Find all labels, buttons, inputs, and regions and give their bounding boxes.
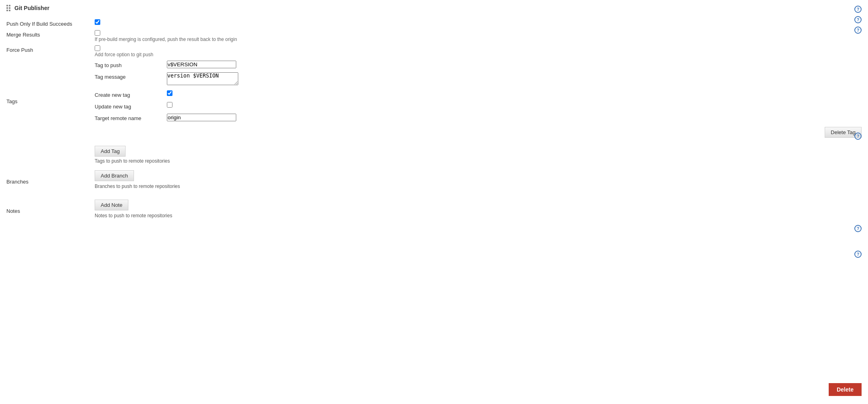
tags-title-row: Tags Tag to push Tag message version $VE… (6, 61, 862, 142)
create-new-tag-checkbox[interactable] (167, 90, 172, 96)
add-tag-row: Add Tag (95, 146, 862, 157)
notes-label: Notes (6, 208, 95, 214)
merge-results-hint: If pre-build merging is configured, push… (95, 37, 862, 42)
tag-message-textarea[interactable]: version $VERSION (167, 72, 238, 85)
update-new-tag-checkbox[interactable] (167, 102, 172, 108)
branches-title-row: Branches Add Branch Branches to push to … (6, 170, 862, 193)
force-push-content: Add force option to git push (95, 45, 862, 57)
drag-handle[interactable] (6, 5, 10, 11)
git-publisher-container: ? ? ? ? ? ? Git Publisher Push Only If B… (0, 0, 868, 404)
add-branch-button[interactable]: Add Branch (95, 170, 134, 181)
create-new-tag-label: Create new tag (95, 90, 167, 98)
help-icon-3[interactable]: ? (854, 27, 862, 34)
update-new-tag-row: Update new tag (95, 102, 862, 110)
target-remote-row: Target remote name (95, 114, 862, 121)
help-icon-1[interactable]: ? (854, 6, 862, 13)
target-remote-label: Target remote name (95, 114, 167, 121)
merge-results-checkbox-row (95, 30, 862, 36)
notes-section: Notes Add Note Notes to push to remote r… (6, 200, 862, 222)
merge-results-label: Merge Results (6, 30, 95, 38)
push-only-checkbox-row (95, 19, 862, 25)
tag-to-push-input[interactable] (167, 61, 236, 68)
help-icon-2[interactable]: ? (854, 16, 862, 23)
branches-hint: Branches to push to remote repositories (95, 184, 862, 189)
tag-message-label: Tag message (95, 72, 167, 80)
create-new-tag-content (167, 90, 862, 96)
branches-label: Branches (6, 179, 95, 185)
force-push-label: Force Push (6, 45, 95, 53)
create-new-tag-checkbox-row (167, 90, 862, 96)
tag-to-push-label: Tag to push (95, 61, 167, 68)
update-new-tag-content (167, 102, 862, 108)
force-push-checkbox-row (95, 45, 862, 51)
merge-results-checkbox[interactable] (95, 30, 100, 36)
delete-tag-row: Delete Tag (95, 125, 862, 138)
tag-to-push-row: Tag to push (95, 61, 862, 68)
force-push-hint: Add force option to git push (95, 52, 862, 57)
tag-message-row: Tag message version $VERSION (95, 72, 862, 86)
merge-results-row: Merge Results If pre-build merging is co… (6, 30, 862, 42)
add-note-button[interactable]: Add Note (95, 200, 128, 210)
title-text: Git Publisher (14, 5, 49, 11)
tags-label: Tags (6, 98, 95, 104)
target-remote-input[interactable] (167, 114, 236, 121)
tags-hint: Tags to push to remote repositories (95, 158, 862, 164)
update-new-tag-label: Update new tag (95, 102, 167, 110)
notes-title-row: Notes Add Note Notes to push to remote r… (6, 200, 862, 222)
tags-inner-block: Tag to push Tag message version $VERSION… (95, 61, 862, 142)
tag-to-push-content (167, 61, 862, 68)
target-remote-content (167, 114, 862, 121)
push-only-content (95, 19, 862, 25)
force-push-checkbox[interactable] (95, 45, 100, 51)
tag-message-content: version $VERSION (167, 72, 862, 86)
delete-button[interactable]: Delete (829, 383, 862, 396)
create-new-tag-row: Create new tag (95, 90, 862, 98)
push-only-label: Push Only If Build Succeeds (6, 19, 95, 27)
add-tag-button[interactable]: Add Tag (95, 146, 126, 157)
tags-section: Tags Tag to push Tag message version $VE… (6, 61, 862, 164)
force-push-row: Force Push Add force option to git push (6, 45, 862, 57)
notes-hint: Notes to push to remote repositories (95, 213, 862, 218)
merge-results-content: If pre-build merging is configured, push… (95, 30, 862, 42)
branches-section: Branches Add Branch Branches to push to … (6, 170, 862, 193)
notes-content: Add Note Notes to push to remote reposit… (95, 200, 862, 222)
branches-content: Add Branch Branches to push to remote re… (95, 170, 862, 193)
help-icon-tags[interactable]: ? (854, 133, 862, 140)
help-icon-branches[interactable]: ? (854, 225, 862, 232)
help-icon-notes[interactable]: ? (854, 251, 862, 258)
push-only-row: Push Only If Build Succeeds (6, 19, 862, 27)
plugin-title: Git Publisher (6, 5, 862, 14)
update-new-tag-checkbox-row (167, 102, 862, 108)
push-only-checkbox[interactable] (95, 19, 100, 25)
